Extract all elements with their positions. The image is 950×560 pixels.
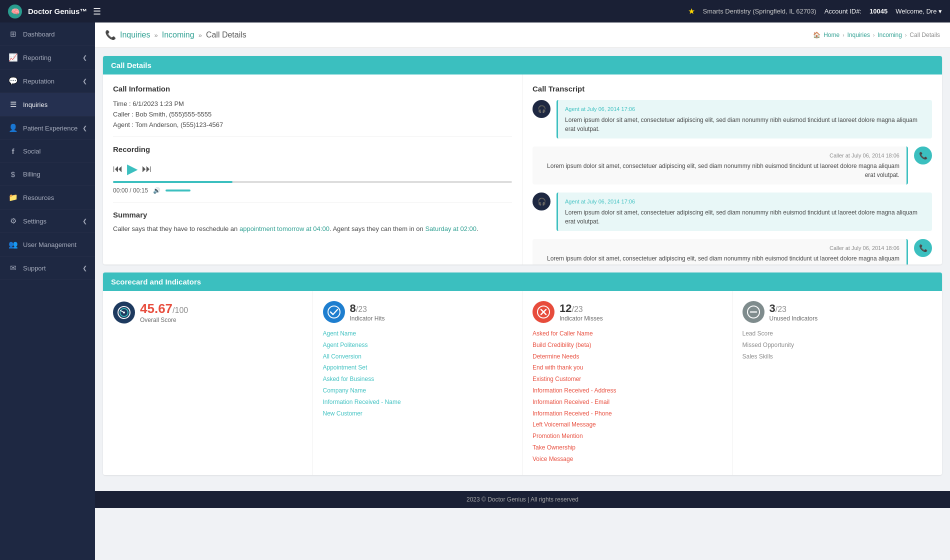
hits-score-number: 8/23 Indicator Hits <box>350 302 385 322</box>
breadcrumb-right-incoming[interactable]: Incoming <box>878 32 902 38</box>
hits-item: Asked for Business <box>323 374 512 385</box>
star-icon[interactable]: ★ <box>688 6 695 16</box>
msg-bubble-3: Agent at July 06, 2014 17:06 Lorem ipsum… <box>556 192 932 231</box>
misses-item: Information Received - Email <box>532 396 722 408</box>
misses-item: Asked for Caller Name <box>532 328 722 340</box>
hits-score-cell: 8/23 Indicator Hits Agent Name Agent Pol… <box>313 291 523 475</box>
sidebar-item-billing[interactable]: $ Billing <box>0 163 95 186</box>
call-agent: Agent : Tom Anderson, (555)123-4567 <box>113 121 512 128</box>
logo-text: Doctor Genius™ <box>28 7 87 16</box>
transcript-title: Call Transcript <box>532 84 932 93</box>
misses-score-value: 12 <box>560 302 572 314</box>
rewind-button[interactable]: ⏮ <box>113 163 123 174</box>
hits-item: New Customer <box>323 408 512 420</box>
unused-score-denom: /23 <box>776 305 786 314</box>
hits-score-icon <box>323 301 345 323</box>
msg-meta-1: Agent at July 06, 2014 17:06 <box>565 105 925 114</box>
sidebar-item-user-management[interactable]: 👥 User Management <box>0 233 95 256</box>
breadcrumb-incoming[interactable]: Incoming <box>162 30 194 40</box>
transcript-msg-2: 📞 Caller at July 06, 2014 18:06 Lorem ip… <box>532 146 932 185</box>
sidebar-item-patient-experience[interactable]: 👤 Patient Experience ❮ <box>0 116 95 140</box>
call-info-panel: Call Information Time : 6/1/2023 1:23 PM… <box>103 74 522 264</box>
volume-bar[interactable] <box>166 190 190 192</box>
transcript-msg-4: 📞 Caller at July 06, 2014 18:06 Lorem ip… <box>532 239 932 265</box>
hits-score-label: Indicator Hits <box>350 315 385 322</box>
call-details-header: Call Details <box>103 56 942 74</box>
sidebar-item-reporting[interactable]: 📈 Reporting ❮ <box>0 46 95 70</box>
breadcrumb-home[interactable]: Home <box>824 32 840 38</box>
hamburger-icon[interactable]: ☰ <box>93 6 101 17</box>
unused-score-cell: 3/23 Unused Indicators Lead Score Missed… <box>732 291 942 475</box>
top-nav-left: 🧠 Doctor Genius™ ☰ <box>8 4 101 18</box>
sidebar-item-inquiries[interactable]: ☰ Inquiries <box>0 93 95 116</box>
audio-progress-bar[interactable] <box>113 181 512 183</box>
transcript-panel: Call Transcript 🎧 Agent at July 06, 2014… <box>522 74 942 264</box>
breadcrumb-right-inquiries[interactable]: Inquiries <box>848 32 870 38</box>
play-button[interactable]: ▶ <box>127 160 138 177</box>
audio-controls: ⏮ ▶ ⏭ <box>113 160 512 177</box>
logo-icon: 🧠 <box>8 4 22 18</box>
sidebar-item-support[interactable]: ✉ Support ❮ <box>0 256 95 280</box>
overall-score-number: 45.67/100 Overall Score <box>140 301 188 324</box>
sidebar-item-resources[interactable]: 📁 Resources <box>0 186 95 210</box>
call-details-card: Call Details Call Information Time : 6/1… <box>103 56 942 264</box>
hits-item: Company Name <box>323 385 512 396</box>
score-top-misses: 12/23 Indicator Misses <box>532 301 722 323</box>
summary-title: Summary <box>113 210 512 219</box>
misses-item: Existing Customer <box>532 374 722 385</box>
recording-section: Recording ⏮ ▶ ⏭ 00:00 / 00:15 <box>113 145 512 194</box>
breadcrumb-sep: » <box>154 32 158 39</box>
volume-icon[interactable]: 🔊 <box>153 187 160 194</box>
sidebar-label-social: Social <box>23 148 40 155</box>
breadcrumb-bar: 📞 Inquiries » Incoming » Call Details 🏠 … <box>95 22 950 48</box>
fast-forward-button[interactable]: ⏭ <box>142 163 152 174</box>
minus-circle-svg <box>747 306 760 318</box>
misses-score-denom: /23 <box>572 305 582 314</box>
overall-score-label: Overall Score <box>140 316 188 324</box>
msg-meta-2: Caller at July 06, 2014 18:06 <box>540 152 900 160</box>
overall-score-icon <box>113 302 135 324</box>
footer: 2023 © Doctor Genius | All rights reserv… <box>95 491 950 508</box>
main-content: 📞 Inquiries » Incoming » Call Details 🏠 … <box>95 22 950 560</box>
sidebar-label-billing: Billing <box>23 170 40 178</box>
unused-score-number: 3/23 Unused Indicators <box>770 302 818 322</box>
divider <box>113 136 512 137</box>
sidebar-item-social[interactable]: f Social <box>0 140 95 163</box>
chevron-right-icon: ❮ <box>82 265 87 272</box>
misses-score-number: 12/23 Indicator Misses <box>560 302 603 322</box>
account-id-label: Account ID#: <box>824 8 862 15</box>
sidebar-item-reputation[interactable]: 💬 Reputation ❮ <box>0 70 95 93</box>
unused-score-icon <box>742 301 764 323</box>
sidebar-label-support: Support <box>23 264 46 272</box>
patient-experience-icon: 👤 <box>8 124 18 132</box>
breadcrumb-inquiries[interactable]: Inquiries <box>120 30 150 40</box>
score-top-hits: 8/23 Indicator Hits <box>323 301 512 323</box>
recording-title: Recording <box>113 145 512 154</box>
call-details-title: Call Details <box>111 61 152 70</box>
unused-list: Lead Score Missed Opportunity Sales Skil… <box>742 328 932 362</box>
sidebar-item-dashboard[interactable]: ⊞ Dashboard <box>0 22 95 46</box>
sidebar-label-settings: Settings <box>23 218 46 225</box>
caller-label: Caller : <box>113 110 134 118</box>
sidebar-label-reputation: Reputation <box>23 78 54 85</box>
breadcrumb-right-call-details: Call Details <box>910 32 940 38</box>
unused-item: Missed Opportunity <box>742 340 932 351</box>
layout: ⊞ Dashboard 📈 Reporting ❮ 💬 Reputation ❮… <box>0 22 950 560</box>
overall-score-value: 45.67 <box>140 301 172 316</box>
summary-link1[interactable]: appointment tomorrow at 04:00 <box>240 225 330 232</box>
account-id: 10045 <box>870 8 888 15</box>
call-caller: Caller : Bob Smith, (555)555-5555 <box>113 110 512 118</box>
welcome-text[interactable]: Welcome, Dre ▾ <box>896 8 942 15</box>
settings-icon: ⚙ <box>8 216 18 226</box>
summary-link2[interactable]: Saturday at 02:00 <box>425 225 476 232</box>
sidebar-item-settings[interactable]: ⚙ Settings ❮ <box>0 210 95 233</box>
scorecard-card: Scorecard and Indicators <box>103 272 942 475</box>
scorecard-header: Scorecard and Indicators <box>103 272 942 291</box>
checkmark-svg <box>328 306 340 318</box>
call-details-grid: Call Information Time : 6/1/2023 1:23 PM… <box>103 74 942 264</box>
resources-icon: 📁 <box>8 193 18 202</box>
msg-bubble-1: Agent at July 06, 2014 17:06 Lorem ipsum… <box>556 100 932 138</box>
msg-bubble-2: Caller at July 06, 2014 18:06 Lorem ipsu… <box>532 146 908 185</box>
time-vol: 00:00 / 00:15 🔊 <box>113 187 512 194</box>
audio-progress-fill <box>113 181 232 183</box>
